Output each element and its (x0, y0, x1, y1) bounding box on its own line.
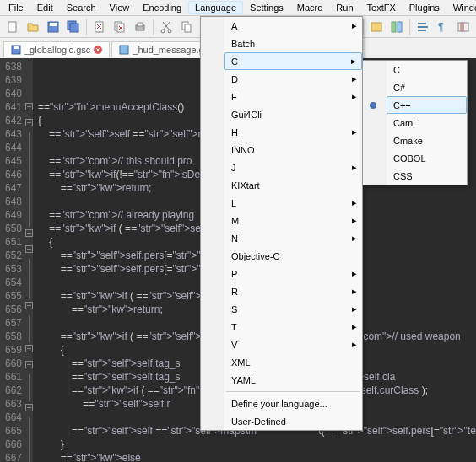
line-number: 651 (5, 235, 22, 249)
code-line[interactable]: =="str">"kw">else (38, 451, 476, 462)
save-all-icon[interactable] (64, 18, 83, 36)
menubar-item-plugins[interactable]: Plugins (403, 1, 446, 14)
menu-item-label: Batch (231, 39, 255, 49)
menu-item[interactable]: Batch (224, 35, 362, 52)
menu-item[interactable]: YAML (224, 371, 362, 389)
language-c-submenu: CC#C++CamlCmakeCOBOLCSS (362, 60, 468, 185)
menu-item[interactable]: C (387, 61, 467, 78)
tab[interactable]: _hud_message.g (111, 41, 211, 57)
new-file-icon[interactable] (3, 18, 22, 36)
menu-item[interactable]: P▸ (224, 265, 362, 282)
tab[interactable]: _globallogic.gsc (3, 41, 110, 57)
menu-item[interactable]: Objective-C (224, 247, 362, 265)
menu-item[interactable]: N▸ (224, 229, 362, 247)
svg-rect-17 (371, 23, 381, 31)
menu-item-label: R (231, 287, 238, 297)
open-file-icon[interactable] (24, 18, 42, 36)
line-number: 650 (5, 222, 22, 235)
tab-label: _hud_message.g (133, 45, 203, 55)
line-number-gutter: 6386396406416426436446456466476486496506… (0, 58, 25, 462)
menu-item-label: INNO (231, 145, 255, 155)
show-functions-icon[interactable] (387, 18, 406, 36)
line-number: 662 (5, 384, 22, 397)
menubar-item-encoding[interactable]: Encoding (136, 1, 188, 14)
fold-toggle-icon[interactable] (25, 229, 33, 237)
menu-item[interactable]: C▸ (224, 52, 362, 70)
menubar-item-run[interactable]: Run (329, 1, 360, 14)
cut-icon[interactable] (157, 18, 176, 36)
submenu-arrow-icon: ▸ (352, 20, 357, 31)
menubar-item-textfx[interactable]: TextFX (360, 1, 403, 14)
tab-close-icon[interactable] (94, 46, 102, 54)
menu-item-label: COBOL (393, 153, 426, 164)
indent-guide-icon[interactable] (454, 18, 473, 36)
menu-item-label: S (231, 304, 237, 314)
menubar-item-settings[interactable]: Settings (243, 1, 290, 14)
menu-item[interactable]: Gui4Cli (224, 105, 362, 123)
menubar-item-windo[interactable]: Windo (446, 1, 476, 14)
menubar-item-macro[interactable]: Macro (290, 1, 330, 14)
toolbar-separator (153, 19, 154, 35)
menu-item[interactable]: Define your language... (224, 395, 362, 412)
menu-item[interactable]: T▸ (224, 318, 362, 336)
copy-icon[interactable] (177, 18, 196, 36)
fold-gutter[interactable] (25, 58, 33, 462)
line-number: 657 (5, 316, 22, 330)
code-line[interactable]: } (38, 438, 476, 451)
menu-item-label: Gui4Cli (231, 110, 262, 120)
menu-item[interactable]: A▸ (224, 17, 362, 35)
fold-toggle-icon[interactable] (25, 103, 33, 110)
svg-rect-18 (392, 22, 396, 32)
menu-item[interactable]: M▸ (224, 212, 362, 229)
wrap-icon[interactable] (414, 18, 432, 36)
menu-item[interactable]: H▸ (224, 123, 362, 141)
menu-item[interactable]: CSS (387, 167, 467, 185)
menu-item[interactable]: J▸ (224, 158, 362, 176)
fold-toggle-icon[interactable] (25, 302, 33, 309)
save-icon[interactable] (44, 18, 62, 36)
line-number: 644 (5, 141, 22, 154)
submenu-arrow-icon: ▸ (352, 215, 357, 226)
svg-rect-19 (398, 22, 402, 32)
menu-item[interactable]: D▸ (224, 70, 362, 88)
menu-item-label: XML (231, 357, 251, 368)
menu-item[interactable]: INNO (224, 141, 362, 158)
menubar-item-language[interactable]: Language (188, 1, 243, 14)
line-number: 660 (5, 357, 22, 370)
print-icon[interactable] (131, 18, 149, 36)
menubar-item-edit[interactable]: Edit (30, 1, 60, 14)
menu-item[interactable]: User-Defined (224, 412, 362, 430)
menu-item[interactable]: V▸ (224, 336, 362, 353)
close-icon[interactable] (90, 18, 109, 36)
fold-toggle-icon[interactable] (25, 404, 33, 411)
line-number: 652 (5, 249, 22, 262)
toolbar-separator (86, 19, 87, 35)
menu-item-label: YAML (231, 375, 256, 385)
menu-item[interactable]: Caml (387, 114, 467, 132)
fold-toggle-icon[interactable] (25, 345, 33, 352)
menu-item[interactable]: KIXtart (224, 176, 362, 194)
close-all-icon[interactable] (111, 18, 129, 36)
toggle-panel-icon[interactable] (367, 18, 386, 36)
menu-item[interactable]: Cmake (387, 132, 467, 149)
unsaved-file-icon (119, 45, 129, 55)
menu-item[interactable]: XML (224, 353, 362, 371)
menu-item[interactable]: R▸ (224, 282, 362, 300)
menu-item-label: L (231, 198, 236, 208)
submenu-arrow-icon: ▸ (352, 91, 357, 102)
menu-item[interactable]: F▸ (224, 88, 362, 105)
fold-toggle-icon[interactable] (25, 119, 33, 126)
menu-item[interactable]: COBOL (387, 149, 467, 167)
show-symbols-icon[interactable]: ¶ (434, 18, 452, 36)
menu-item[interactable]: L▸ (224, 194, 362, 212)
menubar-item-search[interactable]: Search (60, 1, 103, 14)
menu-item[interactable]: S▸ (224, 300, 362, 318)
line-number: 646 (5, 168, 22, 181)
menubar-item-view[interactable]: View (103, 1, 137, 14)
menubar-item-file[interactable]: File (2, 1, 30, 14)
fold-toggle-icon[interactable] (25, 361, 33, 368)
menu-item-label: C++ (393, 100, 411, 110)
fold-toggle-icon[interactable] (25, 245, 33, 253)
menu-item[interactable]: C++ (387, 96, 467, 114)
menu-item[interactable]: C# (387, 78, 467, 96)
